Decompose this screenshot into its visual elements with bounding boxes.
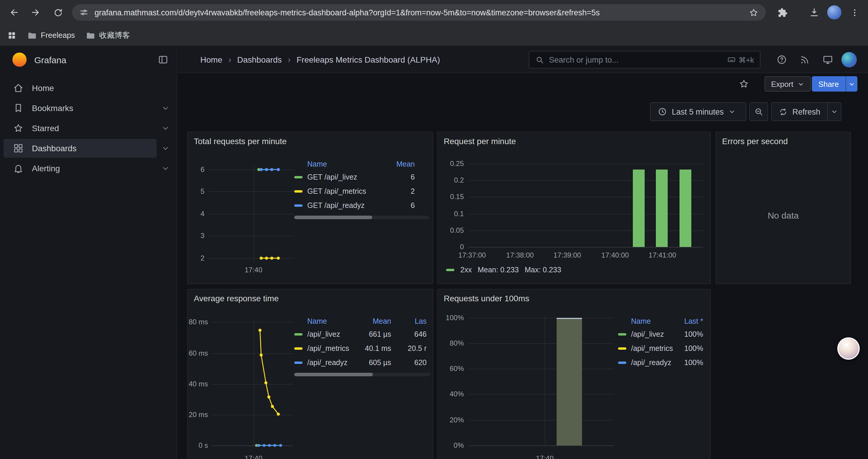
legend-series-name[interactable]: GET /api/_readyz bbox=[307, 201, 372, 210]
panel-title[interactable]: Requests under 100ms bbox=[444, 294, 529, 303]
favorite-star-button[interactable] bbox=[736, 76, 752, 92]
news-button[interactable] bbox=[796, 52, 812, 68]
legend-row[interactable]: /api/_metrics 40.1 ms 20.5 r bbox=[294, 341, 430, 356]
legend-series-name[interactable]: 2xx bbox=[460, 266, 472, 274]
legend-header-name[interactable]: Name bbox=[631, 317, 677, 326]
legend-row[interactable]: /api/_livez 661 µs 646 bbox=[294, 327, 430, 341]
search-input[interactable]: Search or jump to... ⌘+k bbox=[529, 51, 761, 68]
legend-series-name[interactable]: /api/_metrics bbox=[307, 345, 361, 353]
monitor-icon bbox=[823, 54, 833, 65]
legend-header-mean[interactable]: Mean bbox=[361, 317, 399, 326]
refresh-icon bbox=[779, 107, 788, 116]
star-icon bbox=[13, 123, 24, 133]
legend-row[interactable]: /api/_metrics 100% bbox=[618, 341, 706, 356]
user-avatar bbox=[841, 52, 857, 67]
legend-header-last[interactable]: Las bbox=[399, 317, 430, 326]
share-dropdown-button[interactable] bbox=[845, 76, 857, 92]
bookmark-item-blog-favorites[interactable]: 收藏博客 bbox=[86, 30, 130, 40]
downloads-button[interactable] bbox=[806, 4, 823, 21]
dashboards-grid-icon bbox=[13, 143, 24, 154]
sidebar-item-bookmarks[interactable]: Bookmarks bbox=[0, 98, 177, 118]
legend-header-last[interactable]: Last * bbox=[677, 317, 706, 326]
legend-row[interactable]: GET /api/_livez 6 bbox=[294, 170, 429, 184]
bookmark-star-icon[interactable] bbox=[749, 7, 759, 18]
zoom-out-icon bbox=[754, 107, 764, 117]
x-axis-tick: 17:41:00 bbox=[644, 251, 681, 259]
sidebar-item-starred[interactable]: Starred bbox=[0, 118, 177, 138]
legend-series-name[interactable]: /api/_livez bbox=[631, 330, 677, 338]
browser-profile-button[interactable] bbox=[826, 4, 843, 21]
legend-last-value: 20.5 r bbox=[399, 345, 430, 353]
refresh-button[interactable]: Refresh bbox=[772, 103, 828, 121]
panel-total-requests: Total requests per minute 6 5 4 3 2 bbox=[187, 132, 433, 284]
x-axis-tick: 17:38:00 bbox=[501, 251, 539, 259]
sidebar-item-dashboards[interactable]: Dashboards bbox=[0, 138, 177, 158]
legend-row[interactable]: GET /api/_metrics 2 bbox=[294, 184, 429, 198]
legend-scrollbar[interactable] bbox=[294, 216, 429, 219]
sidebar-collapse-button[interactable] bbox=[158, 54, 168, 65]
panel-title[interactable]: Total requests per minute bbox=[194, 136, 286, 146]
chevron-down-icon[interactable] bbox=[161, 104, 169, 112]
puzzle-icon bbox=[777, 7, 787, 18]
chevron-down-icon[interactable] bbox=[161, 124, 169, 132]
legend-header-mean[interactable]: Mean bbox=[372, 160, 429, 168]
reload-button[interactable] bbox=[50, 4, 66, 21]
site-info-icon[interactable] bbox=[79, 8, 89, 17]
no-data-message: No data bbox=[716, 210, 850, 220]
panel-title[interactable]: Errors per second bbox=[722, 136, 788, 146]
tv-mode-button[interactable] bbox=[819, 52, 836, 68]
x-axis-tick: 17:39:00 bbox=[548, 251, 586, 259]
breadcrumb-dashboards[interactable]: Dashboards bbox=[237, 55, 282, 64]
extensions-button[interactable] bbox=[774, 4, 790, 21]
back-button[interactable] bbox=[6, 4, 23, 21]
legend-scrollbar-thumb[interactable] bbox=[294, 373, 373, 376]
chevron-down-icon bbox=[728, 108, 736, 115]
help-button[interactable] bbox=[773, 52, 790, 68]
legend-scrollbar[interactable] bbox=[294, 373, 430, 376]
legend-last-value: 100% bbox=[677, 359, 706, 367]
legend-series-name[interactable]: /api/_metrics bbox=[631, 345, 677, 353]
breadcrumb-separator: › bbox=[288, 54, 291, 64]
user-profile-button[interactable] bbox=[841, 52, 857, 68]
legend-series-name[interactable]: GET /api/_metrics bbox=[307, 187, 372, 196]
sidebar-nav: Home Bookmarks Starred Dashboards bbox=[0, 78, 177, 178]
export-button[interactable]: Export bbox=[765, 76, 810, 92]
forward-button[interactable] bbox=[27, 4, 44, 21]
home-icon bbox=[13, 83, 24, 93]
panel-errors-per-second: Errors per second No data bbox=[716, 132, 851, 284]
time-range-picker[interactable]: Last 5 minutes bbox=[650, 102, 746, 121]
legend-header-name[interactable]: Name bbox=[307, 160, 372, 168]
share-button[interactable]: Share bbox=[812, 76, 845, 92]
legend-row[interactable]: GET /api/_readyz 6 bbox=[294, 198, 429, 213]
url-bar[interactable]: grafana.mathmast.com/d/deytv4rwavabkb/fr… bbox=[72, 4, 766, 21]
legend-series-name[interactable]: /api/_livez bbox=[307, 330, 361, 338]
panel-title[interactable]: Request per minute bbox=[444, 136, 516, 146]
legend-scrollbar-thumb[interactable] bbox=[294, 216, 372, 219]
zoom-out-button[interactable] bbox=[749, 102, 768, 121]
legend-row[interactable]: /api/_readyz 605 µs 620 bbox=[294, 356, 430, 370]
browser-menu-button[interactable] bbox=[846, 4, 863, 21]
legend-series-name[interactable]: /api/_readyz bbox=[631, 359, 677, 367]
legend-row[interactable]: /api/_readyz 100% bbox=[618, 356, 706, 370]
assistant-avatar[interactable] bbox=[837, 337, 860, 360]
bookmark-item-freeleaps[interactable]: Freeleaps bbox=[27, 30, 75, 40]
bar-2xx bbox=[656, 169, 668, 247]
chevron-down-icon[interactable] bbox=[161, 164, 169, 172]
legend-row[interactable]: /api/_livez 100% bbox=[618, 327, 706, 341]
legend-series-name[interactable]: /api/_readyz bbox=[307, 359, 361, 367]
y-axis-tick: 3 bbox=[190, 232, 205, 240]
breadcrumb-home[interactable]: Home bbox=[200, 55, 222, 64]
refresh-interval-dropdown[interactable] bbox=[828, 103, 841, 121]
chevron-down-icon[interactable] bbox=[161, 144, 169, 153]
legend-row[interactable]: 2xx Mean: 0.233 Max: 0.233 bbox=[446, 266, 561, 274]
star-icon bbox=[739, 78, 749, 89]
grafana-logo[interactable] bbox=[12, 52, 27, 67]
legend-series-name[interactable]: GET /api/_livez bbox=[307, 173, 372, 182]
legend-header-name[interactable]: Name bbox=[307, 317, 361, 326]
sidebar-item-home[interactable]: Home bbox=[0, 78, 177, 98]
panel-title[interactable]: Average response time bbox=[194, 294, 279, 303]
apps-button[interactable] bbox=[7, 30, 17, 40]
apps-grid-icon bbox=[7, 30, 17, 40]
dashboard-header: Home › Dashboards › Freeleaps Metrics Da… bbox=[178, 46, 868, 73]
sidebar-item-alerting[interactable]: Alerting bbox=[0, 158, 177, 178]
